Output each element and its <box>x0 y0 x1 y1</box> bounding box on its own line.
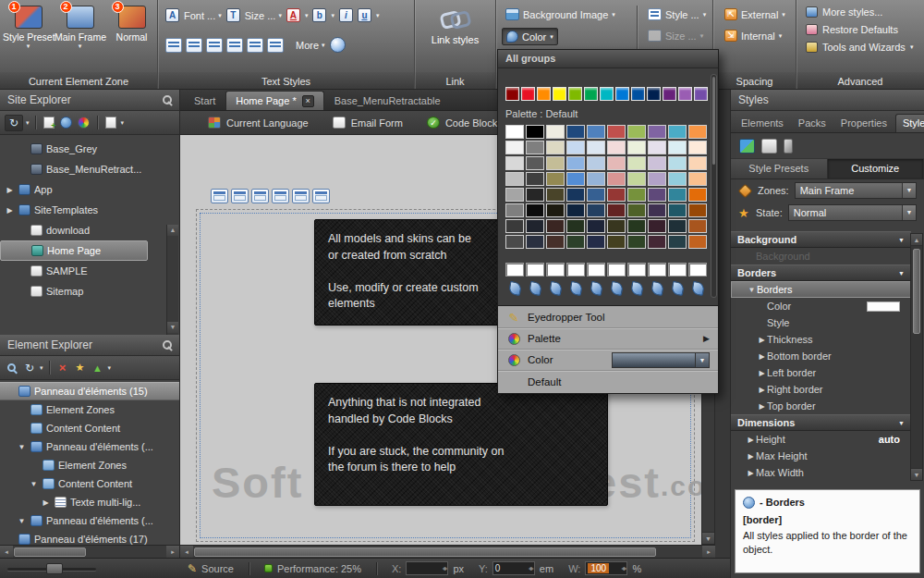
color-swatch[interactable] <box>678 87 692 101</box>
element-item-panneau-d-l-ments[interactable]: ▼Panneau d'éléments (... <box>0 511 179 530</box>
zoom-slider-handle[interactable] <box>46 563 63 574</box>
color-swatch[interactable] <box>546 125 565 139</box>
brush-style-icon[interactable] <box>649 281 665 296</box>
expander-icon[interactable]: ▶ <box>746 469 756 477</box>
vscroll-thumb[interactable] <box>913 249 920 334</box>
expander-icon[interactable]: ▼ <box>17 443 27 451</box>
color-swatch[interactable] <box>587 156 605 170</box>
color-swatch[interactable] <box>631 87 645 101</box>
align-center-button[interactable] <box>186 38 202 53</box>
color-swatch[interactable] <box>553 87 566 101</box>
site-tree-scrollbar[interactable]: ▲ ▼ <box>166 225 178 335</box>
tab-home-page[interactable]: Home Page *× <box>225 91 323 110</box>
element-item-panneau-d-l-ments-17[interactable]: Panneau d'éléments (17) <box>0 530 179 545</box>
style-row-borders[interactable]: Borders▼ <box>731 264 911 281</box>
color-swatch[interactable] <box>505 87 519 101</box>
scroll-down-icon[interactable]: ▼ <box>911 468 922 480</box>
styles-list-scrollbar[interactable]: ▲ ▼ <box>910 233 923 481</box>
expander-icon[interactable]: ▼ <box>29 480 39 488</box>
color-swatch[interactable] <box>505 125 524 139</box>
color-swatch[interactable] <box>566 263 585 277</box>
color-swatch[interactable] <box>648 219 666 233</box>
zone-align-icon[interactable] <box>231 189 249 203</box>
color-swatch[interactable] <box>627 156 646 170</box>
color-swatch[interactable] <box>688 263 707 277</box>
color-swatch[interactable] <box>566 235 585 249</box>
expander-icon[interactable]: ▶ <box>5 206 15 215</box>
chevron-down-icon[interactable]: ▼ <box>695 353 709 367</box>
expander-icon[interactable]: ▶ <box>746 436 756 444</box>
zone-align-icon[interactable] <box>292 189 310 203</box>
color-swatch[interactable] <box>587 219 605 233</box>
subtab-style-presets[interactable]: Style Presets <box>731 159 828 178</box>
color-swatch[interactable] <box>607 203 626 217</box>
x-spinner[interactable]: ◂▸ <box>406 561 448 575</box>
brush-style-icon[interactable] <box>628 281 645 296</box>
brush-style-icon[interactable] <box>527 281 543 296</box>
brush-style-icon[interactable] <box>608 281 625 296</box>
content-box-2[interactable]: Anything that is not integratedhandled b… <box>314 383 608 506</box>
color-swatch[interactable] <box>688 172 707 186</box>
zoom-icon[interactable] <box>5 360 19 376</box>
color-swatch[interactable] <box>537 87 551 101</box>
color-swatch[interactable] <box>688 156 707 170</box>
chevron-down-icon[interactable]: ▾ <box>108 364 112 372</box>
pin-icon[interactable] <box>163 340 173 350</box>
scroll-down-icon[interactable]: ▼ <box>702 532 714 544</box>
style-row-max-height[interactable]: ▶Max Height <box>731 448 911 464</box>
color-swatch[interactable] <box>566 219 585 233</box>
hscroll-thumb[interactable] <box>194 547 656 557</box>
color-swatch[interactable] <box>505 141 524 154</box>
underline-button[interactable]: u <box>358 8 371 22</box>
zone-align-icon[interactable] <box>211 189 228 203</box>
more-styles-button[interactable]: More styles... <box>806 6 882 18</box>
page-options-icon[interactable] <box>103 115 118 131</box>
palette-scrollbar[interactable] <box>711 74 717 298</box>
color-swatch[interactable] <box>526 125 544 139</box>
color-swatch[interactable] <box>526 203 544 217</box>
color-swatch[interactable] <box>688 203 707 217</box>
color-swatch[interactable] <box>607 235 626 249</box>
color-swatch[interactable] <box>688 235 707 249</box>
color-swatch[interactable] <box>607 188 626 202</box>
style-row-right-border[interactable]: ▶Right border <box>731 381 911 398</box>
source-button[interactable]: ✎ Source <box>188 562 234 575</box>
tab-properties[interactable]: Properties <box>834 115 894 132</box>
toolbox-item-email-form[interactable]: Email Form <box>333 117 403 129</box>
y-spinner[interactable]: 0◂▸ <box>492 561 535 575</box>
delete-element-icon[interactable]: × <box>55 360 70 376</box>
color-swatch[interactable] <box>546 219 565 233</box>
chevron-down-icon[interactable]: ▼ <box>898 420 905 426</box>
scroll-left-icon[interactable]: ◂ <box>180 546 193 558</box>
color-swatch[interactable] <box>505 203 524 217</box>
main-frame-button[interactable]: 2Main Frame▾ <box>55 3 105 71</box>
menu-item-eyedropper-tool[interactable]: ✎Eyedropper Tool <box>498 307 718 328</box>
color-swatch[interactable] <box>627 125 646 139</box>
color-swatch[interactable] <box>566 125 585 139</box>
background-image-button[interactable]: Background Image ▾ <box>502 6 619 22</box>
color-swatch[interactable] <box>526 156 544 170</box>
style-row-style[interactable]: Style <box>731 314 911 331</box>
color-swatch[interactable] <box>647 87 661 101</box>
scroll-left-icon[interactable]: ◂ <box>0 546 13 558</box>
refresh-site-icon[interactable]: ↻ <box>5 115 23 131</box>
toolbox-item-current-language[interactable]: Current Language <box>208 117 309 129</box>
expander-icon[interactable]: ▼ <box>17 517 27 525</box>
expander-icon[interactable]: ▶ <box>746 452 756 461</box>
align-justify-button[interactable] <box>226 38 243 53</box>
element-item-element-zones[interactable]: Element Zones <box>0 456 179 474</box>
theme-palette-icon[interactable] <box>77 115 91 131</box>
brush-icon[interactable] <box>761 139 777 154</box>
background-style-button[interactable]: Style ... ▾ <box>644 6 710 22</box>
color-swatch[interactable] <box>587 141 605 154</box>
color-swatch[interactable] <box>546 188 565 202</box>
tab-start[interactable]: Start <box>185 91 225 110</box>
move-up-icon[interactable]: ▲ <box>91 360 105 376</box>
color-swatch[interactable] <box>521 87 535 101</box>
color-swatch[interactable] <box>627 203 646 217</box>
tools-and-wizards-button[interactable]: Tools and Wizards▾ <box>806 42 913 53</box>
chevron-down-icon[interactable]: ▼ <box>898 237 905 243</box>
color-swatch[interactable] <box>627 263 646 277</box>
color-swatch[interactable] <box>587 235 605 249</box>
color-gradient-combobox[interactable]: ▼ <box>612 352 710 368</box>
